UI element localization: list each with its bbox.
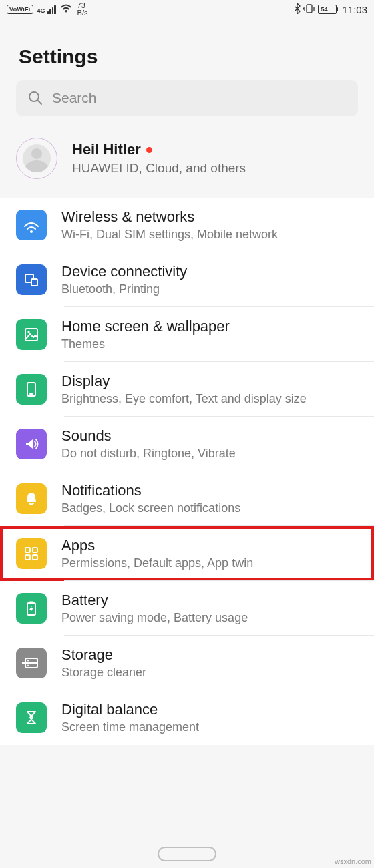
status-right: 54 11:03: [294, 3, 367, 16]
settings-item-battery[interactable]: Battery Power saving mode, Battery usage: [0, 581, 374, 636]
battery-indicator: 54: [318, 5, 337, 14]
item-title: Wireless & networks: [61, 208, 366, 226]
storage-icon: [16, 648, 47, 678]
svg-rect-15: [29, 602, 33, 604]
svg-point-3: [30, 230, 33, 233]
settings-item-wireless[interactable]: Wireless & networks Wi-Fi, Dual SIM sett…: [0, 198, 374, 252]
settings-list: Wireless & networks Wi-Fi, Dual SIM sett…: [0, 198, 374, 745]
status-bar: VoWiFi 4G 73 B/s 54 11:03: [0, 0, 374, 19]
bluetooth-icon: [294, 3, 301, 16]
item-subtitle: Storage cleaner: [61, 666, 366, 680]
sounds-icon: [16, 429, 47, 459]
page-title: Settings: [19, 45, 355, 68]
settings-item-storage[interactable]: Storage Storage cleaner: [0, 636, 374, 690]
item-title: Storage: [61, 646, 366, 664]
settings-item-notifications[interactable]: Notifications Badges, Lock screen notifi…: [0, 471, 374, 526]
item-title: Sounds: [61, 427, 366, 445]
item-title: Notifications: [61, 482, 366, 499]
page-header: Settings: [0, 19, 374, 80]
avatar: [16, 138, 57, 179]
svg-rect-13: [33, 555, 37, 560]
settings-item-sounds[interactable]: Sounds Do not disturb, Ringtone, Vibrate: [0, 417, 374, 471]
svg-rect-10: [25, 548, 30, 552]
settings-item-home-screen[interactable]: Home screen & wallpaper Themes: [0, 307, 374, 362]
nav-pill[interactable]: [158, 847, 216, 861]
item-subtitle: Do not disturb, Ringtone, Vibrate: [61, 447, 366, 461]
account-subtitle: HUAWEI ID, Cloud, and others: [72, 161, 246, 176]
display-icon: [16, 374, 47, 405]
item-subtitle: Brightness, Eye comfort, Text and displa…: [61, 392, 366, 406]
search-icon: [28, 91, 43, 105]
account-row[interactable]: Heil Hitler HUAWEI ID, Cloud, and others: [0, 126, 374, 194]
battery-icon: [16, 593, 47, 624]
account-name: Heil Hitler: [72, 141, 141, 158]
item-subtitle: Screen time management: [61, 720, 366, 734]
settings-item-device-connectivity[interactable]: Device connectivity Bluetooth, Printing: [0, 252, 374, 307]
item-subtitle: Bluetooth, Printing: [61, 282, 366, 296]
notification-dot-icon: [146, 147, 152, 153]
cellular-signal-icon: 4G: [37, 5, 56, 14]
status-left: VoWiFi 4G 73 B/s: [7, 2, 87, 17]
home-screen-icon: [16, 319, 47, 350]
apps-icon: [16, 538, 47, 569]
item-subtitle: Power saving mode, Battery usage: [61, 611, 366, 625]
settings-item-apps[interactable]: Apps Permissions, Default apps, App twin: [0, 526, 374, 581]
item-subtitle: Themes: [61, 337, 366, 351]
item-title: Home screen & wallpaper: [61, 318, 366, 335]
vowifi-indicator: VoWiFi: [7, 5, 33, 14]
clock: 11:03: [342, 4, 367, 15]
item-title: Device connectivity: [61, 263, 366, 280]
notifications-icon: [16, 483, 47, 514]
item-title: Digital balance: [61, 701, 366, 718]
item-subtitle: Permissions, Default apps, App twin: [61, 556, 366, 570]
account-name-row: Heil Hitler: [72, 141, 246, 158]
svg-line-2: [38, 101, 42, 105]
svg-rect-11: [33, 548, 37, 552]
data-speed-indicator: 73 B/s: [77, 2, 88, 17]
item-subtitle: Wi-Fi, Dual SIM settings, Mobile network: [61, 228, 366, 242]
wireless-icon: [16, 210, 47, 240]
svg-rect-5: [31, 279, 37, 286]
item-subtitle: Badges, Lock screen notifications: [61, 501, 366, 515]
watermark: wsxdn.com: [335, 857, 371, 865]
settings-item-display[interactable]: Display Brightness, Eye comfort, Text an…: [0, 362, 374, 417]
digital-balance-icon: [16, 702, 47, 733]
svg-point-7: [27, 331, 29, 333]
wifi-icon: [60, 4, 72, 15]
svg-rect-12: [25, 555, 30, 560]
search-placeholder: Search: [52, 90, 97, 106]
item-title: Apps: [61, 537, 366, 554]
item-title: Display: [61, 373, 366, 390]
device-connectivity-icon: [16, 264, 47, 295]
svg-point-18: [27, 660, 29, 662]
search-input[interactable]: Search: [16, 80, 358, 116]
settings-item-digital-balance[interactable]: Digital balance Screen time management: [0, 690, 374, 745]
svg-point-19: [27, 665, 29, 666]
item-title: Battery: [61, 592, 366, 609]
svg-rect-0: [307, 5, 312, 13]
vibrate-icon: [303, 4, 315, 15]
